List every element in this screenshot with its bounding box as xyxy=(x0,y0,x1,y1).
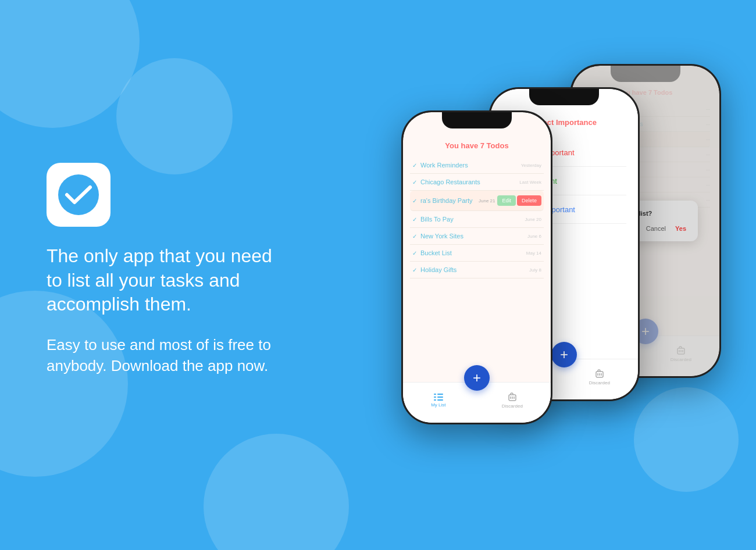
todo-item-chicago[interactable]: ✓ Chicago Restaurants Last Week xyxy=(410,174,544,191)
phone1-todo-list: ✓ Work Reminders Yesterday ✓ Chicago Res… xyxy=(403,157,551,278)
item-holiday-date: July 8 xyxy=(529,267,541,273)
phone-1-screen: You have 7 Todos ✓ Work Reminders Yester… xyxy=(403,112,551,423)
phone2-fab[interactable]: + xyxy=(551,342,577,367)
item-birthday-title: ra's Birthday Party xyxy=(420,197,479,204)
item-bills-title: Bills To Pay xyxy=(420,216,525,223)
svg-rect-31 xyxy=(437,394,443,395)
phone-1-notch xyxy=(442,112,512,128)
item-holiday-title: Holiday Gifts xyxy=(420,266,529,273)
phone2-nav-discarded[interactable]: Discarded xyxy=(589,369,610,385)
item-bills-date: June 20 xyxy=(525,217,541,222)
svg-rect-34 xyxy=(434,399,436,401)
phone1-fab[interactable]: + xyxy=(464,365,490,391)
todo-item-bucket[interactable]: ✓ Bucket List May 14 xyxy=(410,245,544,262)
item-newyork-date: June 6 xyxy=(527,234,541,239)
svg-rect-30 xyxy=(434,394,436,395)
todo-item-bills[interactable]: ✓ Bills To Pay June 20 xyxy=(410,211,544,228)
phone1-nav-mylist[interactable]: My List xyxy=(431,394,445,408)
svg-rect-35 xyxy=(437,399,443,401)
phone-1: You have 7 Todos ✓ Work Reminders Yester… xyxy=(401,110,552,424)
check-icon-3: ✓ xyxy=(412,198,417,204)
svg-point-0 xyxy=(58,174,99,215)
todo-item-work[interactable]: ✓ Work Reminders Yesterday xyxy=(410,157,544,174)
item-work-title: Work Reminders xyxy=(420,162,521,169)
check-icon-7: ✓ xyxy=(412,267,417,273)
swipe-actions: Edit Delete xyxy=(497,195,541,206)
item-bucket-title: Bucket List xyxy=(420,249,526,256)
todo-item-newyork[interactable]: ✓ New York Sites June 6 xyxy=(410,228,544,245)
phone1-bottom-nav: My List + Discarded xyxy=(403,382,551,423)
description: Easy to use and most of is free to anybo… xyxy=(47,334,273,377)
check-icon-4: ✓ xyxy=(412,216,417,223)
edit-button[interactable]: Edit xyxy=(497,195,516,206)
check-icon-1: ✓ xyxy=(412,162,417,169)
tagline: The only app that you need to list all y… xyxy=(47,244,273,317)
left-panel: The only app that you need to list all y… xyxy=(47,163,273,377)
dialog-confirm-button[interactable]: Yes xyxy=(675,225,686,232)
phone1-mylist-label: My List xyxy=(431,402,445,408)
item-newyork-title: New York Sites xyxy=(420,233,527,240)
item-chicago-title: Chicago Restaurants xyxy=(420,178,519,185)
item-birthday-date: June 21 xyxy=(479,198,495,203)
bg-circle-2 xyxy=(116,58,233,174)
phone1-nav-discarded[interactable]: Discarded xyxy=(502,392,523,409)
phone2-discarded-label: Discarded xyxy=(589,380,610,385)
item-work-date: Yesterday xyxy=(521,163,541,168)
svg-rect-33 xyxy=(437,397,443,398)
delete-button[interactable]: Delete xyxy=(517,195,541,206)
todo-item-holiday[interactable]: ✓ Holiday Gifts July 8 xyxy=(410,262,544,278)
check-icon-5: ✓ xyxy=(412,233,417,240)
app-icon xyxy=(47,163,110,227)
dialog-cancel-button[interactable]: Cancel xyxy=(646,225,666,232)
check-icon-2: ✓ xyxy=(412,179,417,185)
item-chicago-date: Last Week xyxy=(519,180,541,185)
check-icon-6: ✓ xyxy=(412,250,417,256)
phone-2-notch xyxy=(529,89,599,105)
item-bucket-date: May 14 xyxy=(526,251,541,256)
phones-area: You have 7 Todos ✓ Work Reminders — ✓ Ch… xyxy=(279,29,756,529)
svg-rect-32 xyxy=(434,397,436,398)
phone1-discarded-label: Discarded xyxy=(502,403,523,409)
todo-item-birthday[interactable]: ✓ ra's Birthday Party June 21 Edit Delet… xyxy=(410,191,544,211)
